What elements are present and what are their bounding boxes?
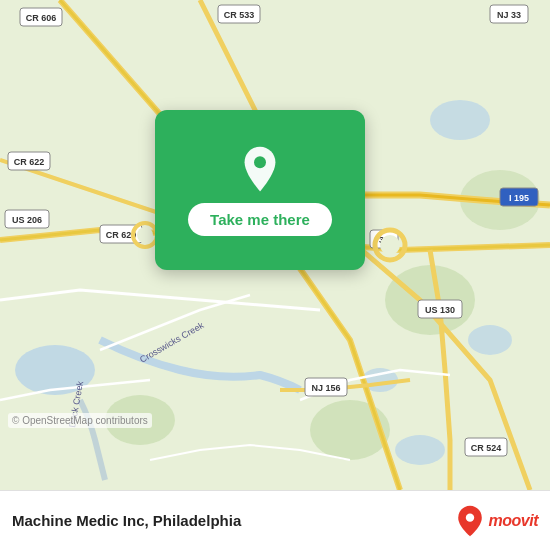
svg-text:CR 622: CR 622 [14, 157, 45, 167]
svg-point-39 [465, 513, 473, 521]
svg-point-4 [468, 325, 512, 355]
svg-point-35 [380, 235, 400, 255]
svg-text:US 130: US 130 [425, 305, 455, 315]
svg-point-37 [137, 227, 153, 243]
map-container: CR 606 CR 533 NJ 33 CR 622 US 206 CR 620… [0, 0, 550, 490]
svg-text:CR 524: CR 524 [471, 443, 502, 453]
svg-text:NJ 156: NJ 156 [311, 383, 340, 393]
action-card: Take me there [155, 110, 365, 270]
svg-text:CR 606: CR 606 [26, 13, 57, 23]
svg-point-38 [254, 156, 266, 168]
location-pin-icon [236, 145, 284, 193]
location-name: Machine Medic Inc, Philadelphia [12, 512, 444, 529]
moovit-icon [454, 505, 486, 537]
take-me-there-button[interactable]: Take me there [188, 203, 332, 236]
moovit-text: moovit [489, 512, 538, 530]
svg-text:NJ 33: NJ 33 [497, 10, 521, 20]
moovit-logo: moovit [454, 505, 538, 537]
svg-text:I 195: I 195 [509, 193, 529, 203]
svg-point-2 [430, 100, 490, 140]
bottom-bar: Machine Medic Inc, Philadelphia moovit [0, 490, 550, 550]
svg-text:US 206: US 206 [12, 215, 42, 225]
copyright-text: © OpenStreetMap contributors [8, 413, 152, 428]
svg-text:CR 533: CR 533 [224, 10, 255, 20]
svg-point-5 [395, 435, 445, 465]
